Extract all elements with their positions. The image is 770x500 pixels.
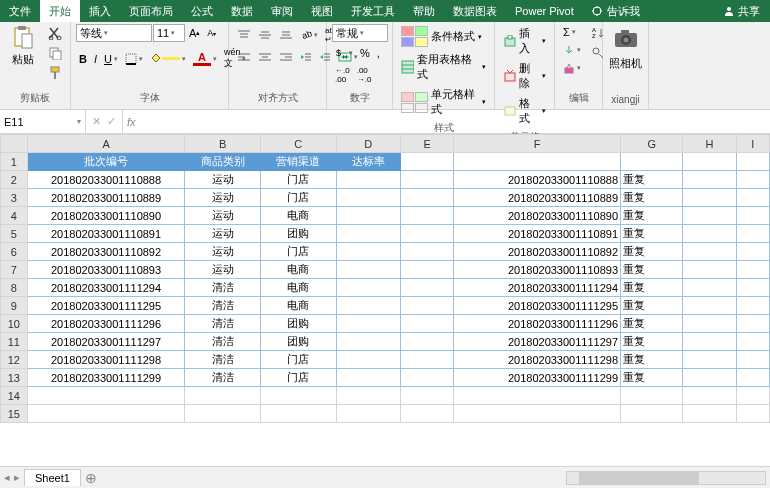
cell[interactable] bbox=[401, 261, 454, 279]
bold-button[interactable]: B bbox=[76, 51, 90, 67]
cell[interactable]: 重复 bbox=[621, 333, 683, 351]
select-all-corner[interactable] bbox=[1, 135, 28, 153]
cell[interactable]: 清洁 bbox=[185, 297, 261, 315]
cell[interactable]: 电商 bbox=[261, 297, 337, 315]
cell[interactable] bbox=[736, 225, 769, 243]
row-header[interactable]: 9 bbox=[1, 297, 28, 315]
autosum-button[interactable]: Σ bbox=[560, 24, 584, 40]
cell[interactable]: 清洁 bbox=[185, 369, 261, 387]
cut-button[interactable] bbox=[45, 24, 65, 42]
accounting-button[interactable]: $ bbox=[332, 45, 356, 61]
col-header[interactable]: F bbox=[454, 135, 621, 153]
copy-button[interactable] bbox=[45, 44, 65, 62]
col-header[interactable]: D bbox=[336, 135, 400, 153]
cell[interactable]: 201802033001111297 bbox=[27, 333, 185, 351]
cell[interactable]: 201802033001111296 bbox=[454, 315, 621, 333]
share-button[interactable]: 共享 bbox=[713, 4, 770, 19]
fill-button[interactable] bbox=[560, 42, 584, 58]
cell[interactable]: 201802033001110893 bbox=[454, 261, 621, 279]
cell[interactable] bbox=[401, 171, 454, 189]
cell[interactable] bbox=[736, 387, 769, 405]
tab-文件[interactable]: 文件 bbox=[0, 0, 40, 22]
tab-Power Pivot[interactable]: Power Pivot bbox=[506, 0, 583, 22]
align-top-button[interactable] bbox=[234, 27, 254, 43]
decrease-indent-button[interactable] bbox=[297, 49, 315, 65]
format-cells-button[interactable]: 格式▾ bbox=[500, 94, 549, 128]
cell[interactable] bbox=[261, 387, 337, 405]
cell[interactable]: 门店 bbox=[261, 243, 337, 261]
cell[interactable] bbox=[683, 369, 736, 387]
row-header[interactable]: 10 bbox=[1, 315, 28, 333]
cell[interactable]: 门店 bbox=[261, 171, 337, 189]
cell[interactable]: 门店 bbox=[261, 369, 337, 387]
cell[interactable] bbox=[736, 405, 769, 423]
tab-审阅[interactable]: 审阅 bbox=[262, 0, 302, 22]
cell[interactable]: 201802033001111295 bbox=[454, 297, 621, 315]
cell[interactable]: 重复 bbox=[621, 261, 683, 279]
cell[interactable] bbox=[683, 189, 736, 207]
percent-button[interactable]: % bbox=[357, 45, 373, 61]
cell[interactable] bbox=[336, 387, 400, 405]
cell[interactable]: 201802033001111298 bbox=[454, 351, 621, 369]
cell[interactable]: 电商 bbox=[261, 261, 337, 279]
tab-公式[interactable]: 公式 bbox=[182, 0, 222, 22]
cell[interactable]: 重复 bbox=[621, 225, 683, 243]
cell[interactable] bbox=[401, 333, 454, 351]
cell[interactable] bbox=[336, 333, 400, 351]
cell[interactable] bbox=[683, 333, 736, 351]
name-box[interactable]: E11▾ bbox=[0, 110, 86, 133]
row-header[interactable]: 3 bbox=[1, 189, 28, 207]
cell[interactable]: 清洁 bbox=[185, 279, 261, 297]
cell[interactable]: 重复 bbox=[621, 315, 683, 333]
next-sheet-button[interactable]: ▸ bbox=[14, 471, 20, 484]
cell[interactable]: 重复 bbox=[621, 207, 683, 225]
font-name-select[interactable]: 等线 bbox=[76, 24, 152, 42]
cell[interactable]: 商品类别 bbox=[185, 153, 261, 171]
cell[interactable]: 重复 bbox=[621, 243, 683, 261]
cell[interactable] bbox=[736, 243, 769, 261]
cell[interactable] bbox=[736, 369, 769, 387]
border-button[interactable] bbox=[122, 51, 146, 67]
row-header[interactable]: 5 bbox=[1, 225, 28, 243]
cell[interactable] bbox=[454, 153, 621, 171]
font-color-button[interactable]: A bbox=[190, 49, 220, 68]
cell[interactable] bbox=[683, 405, 736, 423]
row-header[interactable]: 6 bbox=[1, 243, 28, 261]
col-header[interactable]: E bbox=[401, 135, 454, 153]
col-header[interactable]: A bbox=[27, 135, 185, 153]
col-header[interactable]: B bbox=[185, 135, 261, 153]
cell[interactable] bbox=[683, 207, 736, 225]
cell[interactable]: 201802033001111299 bbox=[454, 369, 621, 387]
cell[interactable] bbox=[683, 315, 736, 333]
cell[interactable]: 201802033001111294 bbox=[27, 279, 185, 297]
cell[interactable] bbox=[336, 369, 400, 387]
row-header[interactable]: 4 bbox=[1, 207, 28, 225]
cell[interactable] bbox=[736, 261, 769, 279]
cell[interactable]: 重复 bbox=[621, 369, 683, 387]
align-bottom-button[interactable] bbox=[276, 27, 296, 43]
align-center-button[interactable] bbox=[255, 49, 275, 65]
cell[interactable]: 201802033001110891 bbox=[454, 225, 621, 243]
fx-icon[interactable]: fx bbox=[122, 110, 140, 133]
cell[interactable]: 201802033001110892 bbox=[27, 243, 185, 261]
cell[interactable]: 团购 bbox=[261, 333, 337, 351]
cell[interactable]: 运动 bbox=[185, 171, 261, 189]
cell[interactable] bbox=[683, 261, 736, 279]
cell[interactable] bbox=[736, 171, 769, 189]
cell[interactable] bbox=[683, 243, 736, 261]
cell[interactable] bbox=[261, 405, 337, 423]
cell[interactable]: 201802033001111294 bbox=[454, 279, 621, 297]
cell[interactable] bbox=[401, 189, 454, 207]
row-header[interactable]: 11 bbox=[1, 333, 28, 351]
cell[interactable] bbox=[736, 279, 769, 297]
sheet-tab[interactable]: Sheet1 bbox=[24, 469, 81, 486]
cell[interactable]: 201802033001111298 bbox=[27, 351, 185, 369]
cell[interactable] bbox=[454, 387, 621, 405]
cell[interactable]: 201802033001111297 bbox=[454, 333, 621, 351]
cell[interactable] bbox=[736, 297, 769, 315]
camera-label[interactable]: 照相机 bbox=[609, 56, 642, 71]
cell[interactable]: 201802033001110890 bbox=[454, 207, 621, 225]
cell[interactable] bbox=[621, 153, 683, 171]
comma-button[interactable]: , bbox=[374, 45, 383, 61]
worksheet[interactable]: ABCDEFGHI 1批次编号商品类别营销渠道达标率22018020330011… bbox=[0, 134, 770, 466]
